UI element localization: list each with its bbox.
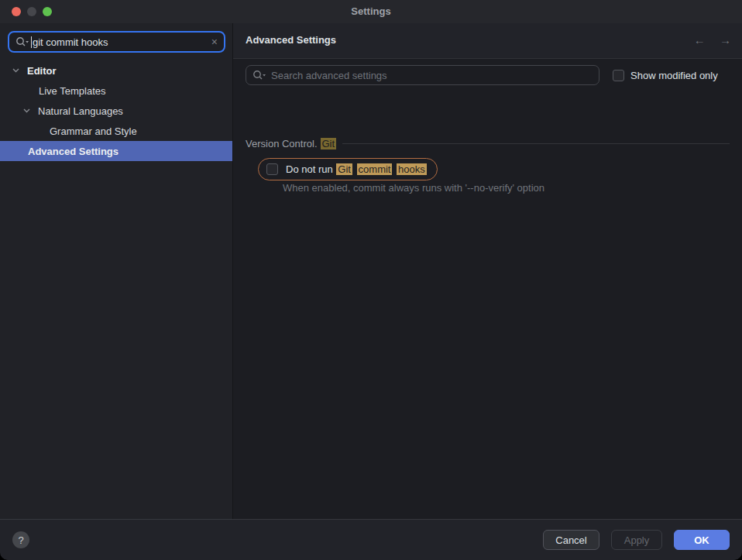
panel-header: Advanced Settings ← → (233, 23, 742, 59)
history-nav: ← → (683, 33, 731, 46)
sidebar-item-label: Grammar and Style (50, 125, 137, 137)
search-query-text: git commit hooks (33, 36, 108, 48)
search-icon (15, 36, 29, 47)
search-placeholder: Search advanced settings (271, 70, 387, 81)
match-highlight: hooks (397, 163, 427, 175)
section-divider (342, 143, 730, 144)
chevron-down-icon[interactable] (10, 68, 21, 73)
show-modified-label: Show modified only (630, 70, 718, 81)
apply-button[interactable]: Apply (611, 530, 662, 550)
chevron-down-icon[interactable] (21, 108, 32, 113)
sidebar-item-label: Live Templates (39, 85, 105, 97)
sidebar-item-grammar-and-style[interactable]: Grammar and Style (0, 121, 232, 141)
section-match-highlight: Git (321, 138, 337, 149)
help-button[interactable]: ? (12, 531, 29, 548)
sidebar-item-editor[interactable]: Editor (0, 60, 232, 81)
advanced-search-input[interactable]: Search advanced settings (246, 65, 599, 85)
option-label-prefix: Do not run (286, 163, 335, 175)
dialog-footer: ? Cancel Apply OK (0, 519, 742, 560)
section-title: Version Control. (246, 138, 318, 149)
do-not-run-git-hooks-option[interactable]: Do not run Git commit hooks (258, 158, 438, 180)
show-modified-checkbox[interactable] (613, 70, 624, 81)
settings-search-input[interactable]: git commit hooks × (8, 31, 225, 53)
match-highlight: commit (357, 163, 393, 175)
option-label: Do not run Git commit hooks (286, 163, 428, 175)
settings-sidebar: git commit hooks × Editor Live Templates… (0, 23, 233, 519)
search-icon (252, 70, 266, 81)
sidebar-item-label: Editor (27, 65, 57, 77)
sidebar-item-live-templates[interactable]: Live Templates (0, 81, 232, 101)
option-description: When enabled, commit always runs with '-… (283, 182, 544, 194)
back-arrow-icon[interactable]: ← (694, 33, 706, 46)
page-title: Advanced Settings (246, 34, 336, 46)
titlebar: Settings (0, 0, 742, 23)
advanced-settings-panel: Advanced Settings ← → Search advanced se… (233, 23, 742, 519)
settings-window: Settings git commit hooks × Editor (0, 0, 742, 560)
do-not-run-git-hooks-checkbox[interactable] (266, 163, 278, 175)
settings-tree: Editor Live Templates Natural Languages … (0, 60, 232, 161)
sidebar-item-natural-languages[interactable]: Natural Languages (0, 101, 232, 121)
text-caret (31, 36, 32, 48)
forward-arrow-icon[interactable]: → (720, 33, 731, 46)
ok-button[interactable]: OK (674, 530, 730, 550)
section-header-version-control-git: Version Control. Git (246, 138, 730, 149)
sidebar-item-label: Natural Languages (38, 105, 123, 117)
sidebar-item-label: Advanced Settings (28, 146, 119, 157)
cancel-button[interactable]: Cancel (543, 530, 599, 550)
clear-search-icon[interactable]: × (211, 36, 218, 47)
match-highlight: Git (336, 163, 352, 175)
sidebar-item-advanced-settings[interactable]: Advanced Settings (0, 141, 232, 161)
window-title: Settings (0, 0, 742, 23)
show-modified-only-control: Show modified only (613, 70, 718, 81)
